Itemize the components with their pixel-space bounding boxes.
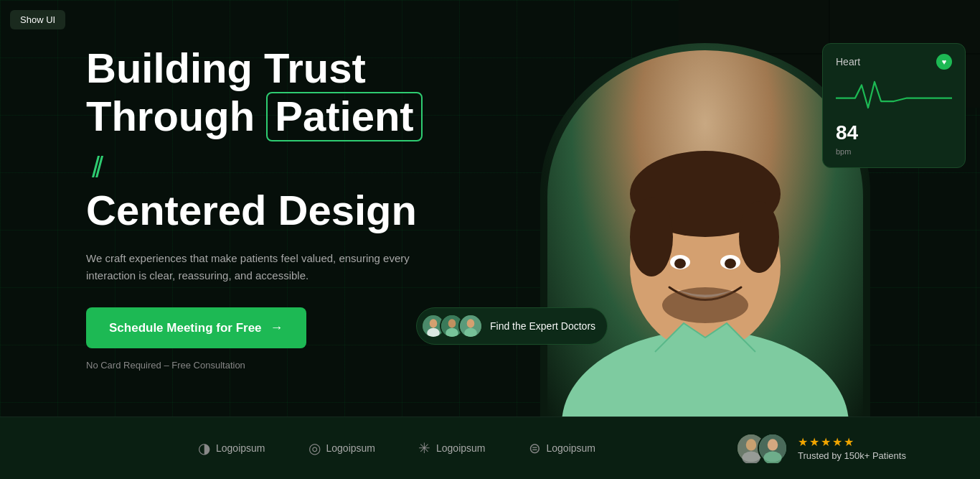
logo-name-1: Logoipsum bbox=[326, 442, 376, 454]
cta-label: Schedule Meeting for Free bbox=[109, 321, 262, 335]
svg-point-9 bbox=[725, 259, 736, 269]
avatar-3 bbox=[458, 314, 483, 338]
logos-left: ◑Logoipsum◎Logoipsum✳Logoipsum⊜Logoipsum bbox=[0, 440, 736, 457]
svg-point-10 bbox=[662, 287, 748, 323]
svg-point-21 bbox=[746, 439, 756, 450]
svg-point-24 bbox=[768, 439, 778, 450]
expert-label: Find the Expert Doctors bbox=[490, 320, 595, 332]
slash-decoration: // bbox=[92, 152, 99, 184]
logos-bar: ◑Logoipsum◎Logoipsum✳Logoipsum⊜Logoipsum… bbox=[0, 417, 980, 479]
heart-rate-card: Heart ♥ 84 bpm bbox=[822, 43, 966, 168]
expert-doctors-pill[interactable]: Find the Expert Doctors bbox=[416, 307, 608, 345]
schedule-meeting-button[interactable]: Schedule Meeting for Free → bbox=[86, 307, 306, 348]
svg-point-8 bbox=[674, 259, 686, 269]
doctor-figure bbox=[540, 43, 870, 417]
logo-item-1: ◎Logoipsum bbox=[308, 440, 376, 457]
svg-point-5 bbox=[739, 201, 779, 273]
main-container: Building Trust Through Patient // Center… bbox=[0, 0, 980, 417]
doctor-svg bbox=[547, 50, 863, 417]
logo-icon-3: ⊜ bbox=[529, 440, 541, 457]
bpm-value: 84 bbox=[836, 121, 858, 144]
logo-item-3: ⊜Logoipsum bbox=[529, 440, 596, 457]
headline: Building Trust Through Patient // Center… bbox=[86, 45, 430, 235]
logo-icon-0: ◑ bbox=[198, 440, 210, 457]
logo-name-0: Logoipsum bbox=[216, 442, 265, 454]
svg-point-16 bbox=[446, 328, 458, 338]
doctor-image bbox=[547, 50, 863, 417]
svg-point-19 bbox=[464, 328, 477, 338]
trust-label: Trusted by 150k+ Patients bbox=[798, 450, 906, 461]
show-ui-button[interactable]: Show UI bbox=[10, 10, 65, 29]
heart-icon: ♥ bbox=[936, 54, 952, 70]
bpm-display: 84 bpm bbox=[836, 121, 952, 157]
logos-right: ★★★★★ Trusted by 150k+ Patients bbox=[736, 433, 980, 463]
trust-avatar-2 bbox=[758, 433, 788, 463]
logo-item-0: ◑Logoipsum bbox=[198, 440, 265, 457]
arrow-icon: → bbox=[270, 320, 283, 335]
trust-avatars bbox=[736, 433, 788, 463]
logo-icon-1: ◎ bbox=[308, 440, 321, 457]
svg-point-13 bbox=[427, 328, 440, 338]
stars: ★★★★★ bbox=[798, 435, 906, 449]
logo-item-2: ✳Logoipsum bbox=[418, 440, 486, 457]
logo-name-3: Logoipsum bbox=[547, 442, 596, 454]
bpm-unit: bpm bbox=[836, 147, 851, 156]
heart-card-title: Heart bbox=[836, 56, 860, 68]
no-card-text: No Card Required – Free Consultation bbox=[86, 360, 245, 371]
ecg-line bbox=[836, 77, 952, 113]
left-content: Building Trust Through Patient // Center… bbox=[0, 45, 430, 372]
heart-card-header: Heart ♥ bbox=[836, 54, 952, 70]
svg-point-15 bbox=[448, 319, 456, 327]
svg-point-12 bbox=[430, 319, 438, 327]
svg-point-18 bbox=[467, 319, 475, 327]
headline-highlight: Patient bbox=[266, 92, 422, 141]
svg-point-4 bbox=[630, 197, 673, 276]
trust-info: ★★★★★ Trusted by 150k+ Patients bbox=[798, 435, 906, 461]
logo-icon-2: ✳ bbox=[418, 440, 430, 457]
logo-name-2: Logoipsum bbox=[436, 442, 486, 454]
doctor-avatars bbox=[421, 314, 483, 338]
right-content: Heart ♥ 84 bpm bbox=[430, 0, 980, 417]
subtitle: We craft experiences that make patients … bbox=[86, 250, 430, 284]
